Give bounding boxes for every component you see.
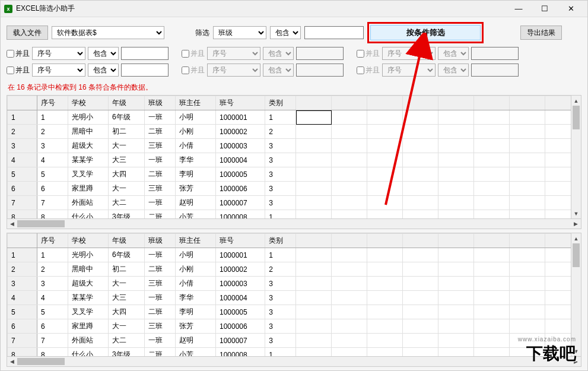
- filter-value-input[interactable]: [304, 26, 364, 39]
- cell-empty[interactable]: [474, 139, 510, 153]
- cell[interactable]: 大三: [109, 153, 145, 167]
- cell[interactable]: 大三: [109, 291, 145, 305]
- cell[interactable]: 张芳: [175, 182, 215, 196]
- cell-empty[interactable]: [296, 125, 332, 139]
- field-select-6[interactable]: 序号: [382, 64, 436, 77]
- cell-empty[interactable]: [438, 110, 474, 125]
- column-header[interactable]: 班号: [215, 234, 265, 248]
- cell[interactable]: 小明: [175, 248, 215, 262]
- cell[interactable]: 2: [37, 262, 68, 277]
- cell-empty[interactable]: [474, 291, 510, 305]
- table-row[interactable]: 11光明小6年级一班小明10000011: [8, 248, 581, 262]
- filter-op-select[interactable]: 包含: [270, 26, 301, 39]
- cell[interactable]: 小刚: [175, 262, 215, 277]
- cell[interactable]: 张芳: [175, 319, 215, 334]
- value-input-4[interactable]: [121, 64, 169, 77]
- cell[interactable]: 1000006: [215, 319, 265, 334]
- cell-empty[interactable]: [367, 291, 403, 305]
- cell-empty[interactable]: [296, 153, 332, 167]
- op-select-5[interactable]: 包含: [263, 64, 294, 77]
- cell-empty[interactable]: [367, 182, 403, 196]
- column-header-empty[interactable]: [474, 96, 510, 110]
- cell[interactable]: 6年级: [109, 248, 145, 262]
- op-select-6[interactable]: 包含: [438, 64, 469, 77]
- scroll-up-icon[interactable]: ▲: [571, 96, 581, 106]
- op-select-2[interactable]: 包含: [263, 47, 294, 60]
- column-header[interactable]: 班号: [215, 96, 265, 110]
- cell-empty[interactable]: [332, 262, 367, 277]
- cell-empty[interactable]: [296, 291, 332, 305]
- minimize-button[interactable]: —: [506, 1, 532, 17]
- cell-empty[interactable]: [403, 153, 438, 167]
- cell[interactable]: 1000007: [215, 196, 265, 210]
- value-input-6[interactable]: [471, 64, 519, 77]
- scroll-down-icon[interactable]: ▼: [571, 208, 581, 218]
- column-header-empty[interactable]: [510, 234, 545, 248]
- cell[interactable]: 小倩: [175, 139, 215, 153]
- scroll-up-icon[interactable]: ▲: [571, 233, 581, 243]
- cell-empty[interactable]: [438, 291, 474, 305]
- cell[interactable]: 2: [265, 125, 296, 139]
- cell[interactable]: 赵明: [175, 196, 215, 210]
- cell[interactable]: 三班: [144, 139, 175, 153]
- cell-empty[interactable]: [332, 319, 367, 334]
- cell-empty[interactable]: [367, 334, 403, 348]
- field-select-4[interactable]: 序号: [32, 64, 85, 77]
- cell[interactable]: 2: [265, 262, 296, 277]
- table-row[interactable]: 22黑暗中初二二班小刚10000022: [8, 262, 581, 277]
- cell-empty[interactable]: [367, 319, 403, 334]
- horizontal-scrollbar-2[interactable]: ◀ ▶: [7, 356, 581, 366]
- cell-empty[interactable]: [296, 319, 332, 334]
- field-select-5[interactable]: 序号: [207, 64, 260, 77]
- cell[interactable]: 大一: [109, 319, 145, 334]
- cell-empty[interactable]: [367, 167, 403, 182]
- column-header[interactable]: 类别: [265, 234, 296, 248]
- cell-empty[interactable]: [403, 182, 438, 196]
- cell-empty[interactable]: [296, 248, 332, 262]
- cell-empty[interactable]: [296, 196, 332, 210]
- cell[interactable]: 6年级: [109, 110, 145, 125]
- cell[interactable]: 外面站: [68, 334, 108, 348]
- column-header[interactable]: 学校: [68, 234, 108, 248]
- cell-empty[interactable]: [403, 334, 438, 348]
- column-header[interactable]: 序号: [37, 234, 68, 248]
- cell[interactable]: 超级大: [68, 139, 108, 153]
- cell[interactable]: 一班: [144, 110, 175, 125]
- cell-empty[interactable]: [403, 167, 438, 182]
- column-header[interactable]: 班主任: [175, 96, 215, 110]
- cell-empty[interactable]: [367, 248, 403, 262]
- cell-empty[interactable]: [403, 291, 438, 305]
- cell-empty[interactable]: [403, 139, 438, 153]
- cell[interactable]: 1000002: [215, 262, 265, 277]
- cell-empty[interactable]: [438, 334, 474, 348]
- column-header[interactable]: 年级: [109, 96, 145, 110]
- maximize-button[interactable]: ☐: [532, 1, 558, 17]
- cell[interactable]: 二班: [144, 305, 175, 319]
- cell[interactable]: 1000001: [215, 110, 265, 125]
- scroll-left-icon[interactable]: ◀: [7, 219, 17, 229]
- cell[interactable]: 大二: [109, 196, 145, 210]
- cell[interactable]: 叉叉学: [68, 167, 108, 182]
- and-checkbox-6[interactable]: 并且: [357, 65, 380, 75]
- table-row[interactable]: 55叉叉学大四二班李明10000053: [8, 305, 581, 319]
- cell[interactable]: 初二: [109, 262, 145, 277]
- cell[interactable]: 某某学: [68, 153, 108, 167]
- cell-empty[interactable]: [332, 167, 367, 182]
- value-input-1[interactable]: [121, 47, 169, 60]
- cell-empty[interactable]: [438, 248, 474, 262]
- scroll-thumb-h[interactable]: [17, 358, 65, 365]
- value-input-2[interactable]: [296, 47, 344, 60]
- cell[interactable]: 3: [265, 319, 296, 334]
- cell[interactable]: 二班: [144, 167, 175, 182]
- cell-empty[interactable]: [510, 319, 545, 334]
- cell[interactable]: 5: [37, 305, 68, 319]
- cell-empty[interactable]: [474, 196, 510, 210]
- cell[interactable]: 3: [265, 305, 296, 319]
- corner-cell[interactable]: [8, 234, 37, 248]
- cell[interactable]: 小刚: [175, 125, 215, 139]
- cell-empty[interactable]: [510, 262, 545, 277]
- cell[interactable]: 3: [265, 291, 296, 305]
- table-row[interactable]: 33超级大大一三班小倩10000033: [8, 277, 581, 291]
- column-header-empty[interactable]: [367, 234, 403, 248]
- cell-empty[interactable]: [510, 305, 545, 319]
